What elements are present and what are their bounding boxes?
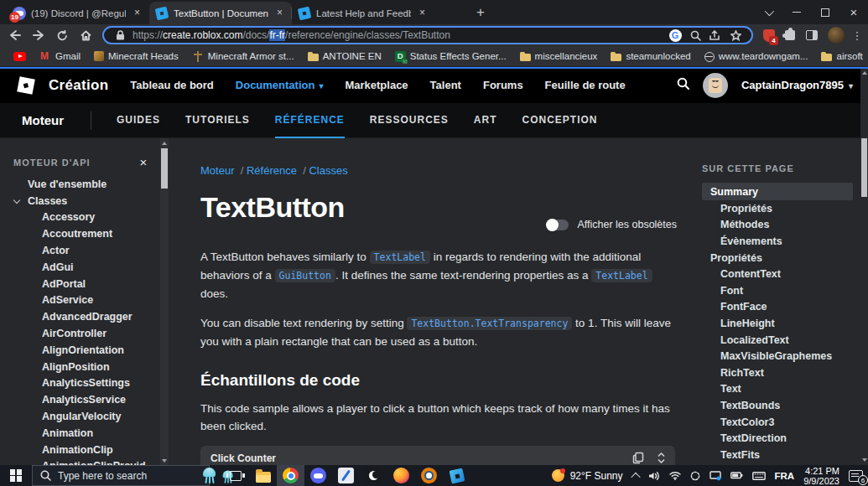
site-nav-item[interactable]: Feuille de route bbox=[545, 79, 626, 91]
toc-item[interactable]: Propriétés bbox=[702, 250, 853, 266]
api-sidebar-item[interactable]: AlignPosition bbox=[0, 359, 159, 375]
new-tab-button[interactable] bbox=[470, 2, 491, 23]
api-sidebar-item[interactable]: AdService bbox=[0, 292, 159, 309]
discord-icon[interactable] bbox=[304, 465, 332, 486]
subnav-tab[interactable]: CONCEPTION bbox=[522, 103, 598, 138]
username[interactable]: CaptainDragon7895 bbox=[741, 79, 853, 91]
toc-item[interactable]: Évènements bbox=[702, 233, 853, 250]
scroll-up-arrow[interactable] bbox=[860, 68, 868, 77]
toc-item[interactable]: Text bbox=[702, 381, 853, 398]
side-panel-icon[interactable] bbox=[806, 30, 818, 40]
page-scroll-thumb[interactable] bbox=[861, 138, 867, 197]
language-indicator[interactable]: FRA bbox=[775, 471, 795, 481]
site-nav-item[interactable]: Tableau de bord bbox=[130, 79, 213, 91]
bookmark-item[interactable]: ANTOINE EN bbox=[303, 49, 387, 63]
task-view-button[interactable] bbox=[221, 465, 249, 486]
api-sidebar-item[interactable]: AdGui bbox=[0, 259, 159, 276]
api-sidebar-item[interactable]: AnalyticsService bbox=[0, 391, 159, 408]
inline-code-chip[interactable]: GuiButton bbox=[275, 269, 335, 282]
sidebar-scroll-thumb[interactable] bbox=[161, 148, 168, 189]
chrome-icon[interactable] bbox=[277, 465, 304, 486]
toc-item[interactable]: MaxVisibleGraphemes bbox=[702, 348, 853, 364]
toc-item[interactable]: Méthodes bbox=[702, 217, 853, 234]
toc-item[interactable]: Font bbox=[702, 282, 853, 299]
toc-item[interactable]: TextFits bbox=[702, 447, 853, 463]
weather-widget[interactable]: 92°F Sunny bbox=[552, 469, 623, 482]
site-nav-item[interactable]: Documentation bbox=[236, 79, 324, 91]
hidden-icons-chevron[interactable] bbox=[632, 473, 639, 479]
browser-profile-avatar[interactable] bbox=[828, 27, 845, 44]
api-sidebar-item[interactable]: AnimationClip bbox=[0, 442, 159, 458]
share-icon[interactable] bbox=[708, 28, 723, 43]
inline-code-chip[interactable]: TextLabel bbox=[591, 269, 652, 282]
adblock-extension-icon[interactable]: 4 bbox=[763, 29, 775, 42]
touch-keyboard-icon[interactable] bbox=[752, 472, 766, 480]
clip-studio-icon[interactable] bbox=[360, 465, 387, 486]
file-explorer-icon[interactable] bbox=[249, 465, 277, 486]
site-nav-item[interactable]: Talent bbox=[430, 79, 461, 91]
toc-item[interactable]: TextDirection bbox=[702, 430, 853, 447]
bookmark-item[interactable]: Gmail bbox=[34, 49, 86, 64]
breadcrumb-link[interactable]: Moteur bbox=[200, 164, 234, 177]
window-restore-icon[interactable] bbox=[811, 0, 839, 24]
toc-item[interactable]: Summary bbox=[702, 183, 853, 200]
zoom-icon[interactable] bbox=[688, 28, 703, 43]
tab-close-icon[interactable] bbox=[131, 7, 143, 19]
tab-search-chevron-icon[interactable] bbox=[754, 0, 782, 24]
site-nav-item[interactable]: Marketplace bbox=[345, 79, 408, 91]
toc-item[interactable]: FontFace bbox=[702, 299, 853, 316]
google-icon[interactable]: G bbox=[668, 28, 683, 43]
action-center-icon[interactable]: 6 bbox=[849, 470, 863, 482]
api-sidebar-item[interactable]: Vue d'ensemble bbox=[0, 176, 159, 193]
sidebar-close-icon[interactable] bbox=[136, 155, 151, 169]
roblox-studio-icon[interactable] bbox=[443, 465, 470, 486]
api-sidebar-item[interactable]: AdPortal bbox=[0, 276, 159, 292]
menu-kebab-icon[interactable] bbox=[851, 29, 863, 42]
api-sidebar-item[interactable]: Accessory bbox=[0, 209, 159, 226]
browser-tab[interactable]: Latest Help and Feedback/Scripti bbox=[292, 2, 434, 24]
page-scrollbar[interactable] bbox=[860, 67, 868, 465]
bookmark-item[interactable]: steamunlocked bbox=[606, 49, 695, 63]
paint-app-icon[interactable] bbox=[332, 465, 360, 486]
browser-tab[interactable]: TextButton | Documentation - Hu bbox=[149, 2, 292, 24]
taskbar-clock[interactable]: 4:21 PM 9/9/2023 bbox=[803, 466, 839, 486]
battery-icon[interactable] bbox=[730, 472, 743, 479]
deprecated-toggle[interactable] bbox=[547, 220, 569, 230]
api-sidebar-item[interactable]: Accoutrement bbox=[0, 225, 159, 242]
reload-icon[interactable] bbox=[52, 26, 72, 44]
extensions-puzzle-icon[interactable] bbox=[785, 30, 795, 40]
bookmark-item[interactable]: www.teardowngam... bbox=[699, 49, 813, 64]
back-icon[interactable] bbox=[5, 26, 25, 44]
api-sidebar-item[interactable]: Classes bbox=[0, 193, 159, 209]
bookmark-item[interactable]: airsoft bbox=[816, 49, 867, 63]
api-sidebar-item[interactable]: Actor bbox=[0, 242, 159, 259]
scroll-down-arrow[interactable] bbox=[160, 456, 169, 465]
toc-item[interactable]: Propriétés bbox=[702, 200, 853, 217]
bookmark-item[interactable]: Status Effects Gener... bbox=[390, 49, 512, 64]
toc-item[interactable]: RichText bbox=[702, 364, 853, 381]
blender-icon[interactable] bbox=[415, 465, 443, 486]
api-sidebar-item[interactable]: AngularVelocity bbox=[0, 408, 159, 425]
inline-code-chip[interactable]: TextLabel bbox=[370, 251, 430, 264]
bookmark-item[interactable]: Minecraft Armor st... bbox=[187, 49, 299, 64]
site-search-icon[interactable] bbox=[677, 77, 689, 93]
tab-close-icon[interactable] bbox=[416, 7, 429, 19]
toc-item[interactable]: TextBounds bbox=[702, 397, 853, 414]
breadcrumb-link[interactable]: Classes bbox=[300, 164, 348, 177]
copy-code-icon[interactable] bbox=[632, 452, 644, 464]
subnav-tab[interactable]: RÉFÉRENCE bbox=[275, 103, 345, 138]
api-sidebar-item[interactable]: AnimationClipProvid bbox=[0, 458, 159, 465]
api-sidebar-item[interactable]: AnalyticsSettings bbox=[0, 375, 159, 392]
bookmark-star-icon[interactable] bbox=[728, 28, 743, 43]
subnav-tab[interactable]: RESSOURCES bbox=[370, 103, 449, 138]
subnav-tab[interactable]: GUIDES bbox=[117, 103, 160, 138]
subnav-engine-label[interactable]: Moteur bbox=[22, 113, 64, 127]
tab-close-icon[interactable] bbox=[273, 7, 286, 19]
lock-icon[interactable] bbox=[112, 28, 127, 43]
toc-item[interactable]: LineHeight bbox=[702, 315, 853, 332]
api-sidebar-item[interactable]: AirController bbox=[0, 325, 159, 342]
api-sidebar-item[interactable]: Animation bbox=[0, 425, 159, 442]
subnav-tab[interactable]: ART bbox=[474, 103, 497, 138]
roblox-logo[interactable] bbox=[15, 75, 37, 96]
inline-code-chip[interactable]: TextButton.TextTransparency bbox=[407, 317, 572, 330]
